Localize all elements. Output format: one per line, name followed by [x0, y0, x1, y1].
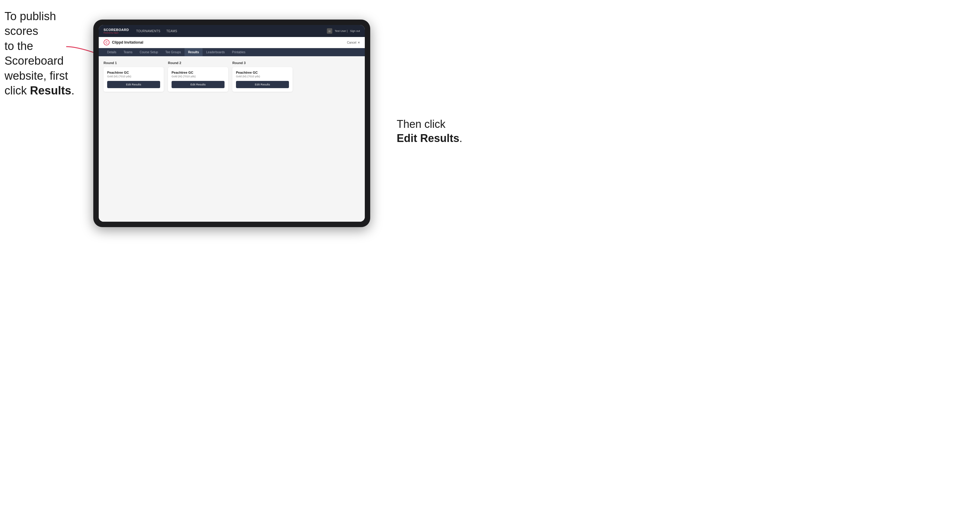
- instruction-right: Then click Edit Results.: [397, 117, 475, 146]
- user-avatar: ▤: [327, 28, 332, 34]
- round-3-details: Gold (M) (7010 yds): [236, 75, 289, 78]
- round-1-course: Peachtree GC: [107, 71, 160, 74]
- tab-printables[interactable]: Printables: [228, 48, 249, 56]
- top-nav: SCOREBOARD Powered by clippd TOURNAMENTS…: [99, 25, 365, 37]
- tab-course-setup[interactable]: Course Setup: [136, 48, 162, 56]
- round-2-details: Gold (M) (7010 yds): [172, 75, 224, 78]
- round-3-course: Peachtree GC: [236, 71, 289, 74]
- cancel-button[interactable]: Cancel ✕: [347, 41, 360, 44]
- instruction-left: To publish scores to the Scoreboard webs…: [5, 9, 89, 98]
- sign-out-link[interactable]: Sign out: [350, 30, 360, 32]
- logo-text: SCOREBOARD: [103, 28, 129, 32]
- nav-tournaments[interactable]: TOURNAMENTS: [136, 30, 160, 33]
- round-2-course: Peachtree GC: [172, 71, 224, 74]
- tablet-frame: SCOREBOARD Powered by clippd TOURNAMENTS…: [93, 19, 370, 227]
- round-3-title: Round 3: [232, 61, 293, 65]
- round-1-column: Round 1 Peachtree GC Gold (M) (7010 yds)…: [103, 61, 164, 92]
- user-name: Test User |: [335, 30, 348, 32]
- round-3-edit-button[interactable]: Edit Results: [236, 81, 289, 88]
- content-area: Round 1 Peachtree GC Gold (M) (7010 yds)…: [99, 56, 365, 222]
- tournament-name: Clippd Invitational: [112, 40, 143, 44]
- logo-area: SCOREBOARD Powered by clippd: [103, 28, 129, 34]
- logo-subtext: Powered by clippd: [103, 32, 118, 34]
- nav-user: ▤ Test User | Sign out: [327, 28, 360, 34]
- round-2-title: Round 2: [168, 61, 228, 65]
- round-1-edit-button[interactable]: Edit Results: [107, 81, 160, 88]
- tournament-icon: C: [103, 40, 110, 45]
- round-3-column: Round 3 Peachtree GC Gold (M) (7010 yds)…: [232, 61, 293, 92]
- tab-results[interactable]: Results: [185, 48, 202, 56]
- round-2-column: Round 2 Peachtree GC Gold (M) (7010 yds)…: [168, 61, 228, 92]
- round-1-card: Peachtree GC Gold (M) (7010 yds) Edit Re…: [103, 67, 164, 92]
- tablet-screen: SCOREBOARD Powered by clippd TOURNAMENTS…: [99, 25, 365, 222]
- round-1-title: Round 1: [103, 61, 164, 65]
- tournament-title-area: C Clippd Invitational: [103, 40, 143, 45]
- tab-teams[interactable]: Teams: [120, 48, 136, 56]
- nav-teams[interactable]: TEAMS: [167, 30, 177, 33]
- tournament-header: C Clippd Invitational Cancel ✕: [99, 37, 365, 48]
- page-container: To publish scores to the Scoreboard webs…: [0, 0, 490, 264]
- round-2-card: Peachtree GC Gold (M) (7010 yds) Edit Re…: [168, 67, 228, 92]
- tab-details[interactable]: Details: [103, 48, 120, 56]
- tab-bar: Details Teams Course Setup Tee Groups Re…: [99, 48, 365, 56]
- nav-links: TOURNAMENTS TEAMS: [136, 30, 327, 33]
- round-3-card: Peachtree GC Gold (M) (7010 yds) Edit Re…: [232, 67, 293, 92]
- round-1-details: Gold (M) (7010 yds): [107, 75, 160, 78]
- tab-tee-groups[interactable]: Tee Groups: [162, 48, 185, 56]
- round-2-edit-button[interactable]: Edit Results: [172, 81, 224, 88]
- tab-leaderboards[interactable]: Leaderboards: [202, 48, 228, 56]
- rounds-grid: Round 1 Peachtree GC Gold (M) (7010 yds)…: [103, 61, 360, 92]
